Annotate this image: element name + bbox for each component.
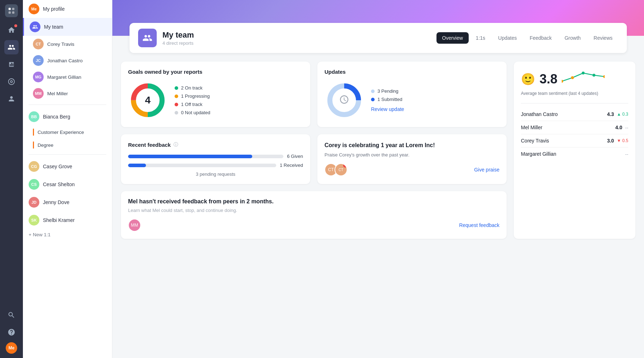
- jonathan-sentiment-right: 4.3 ▲ 0.3: [607, 111, 628, 117]
- sidebar-jenny-dove[interactable]: JD Jenny Dove: [23, 193, 112, 211]
- jenny-avatar: JD: [29, 197, 39, 208]
- corey-sentiment-change: ▼ 0.5: [617, 138, 628, 143]
- sidebar-customer-experience[interactable]: Customer Experience: [23, 126, 112, 139]
- celebrate-text: Praise Corey's growth over the past year…: [325, 152, 499, 158]
- new-11-button[interactable]: + New 1:1: [23, 229, 112, 240]
- my-team-label: My team: [44, 24, 63, 30]
- celebrate-notification-avatar: CT !: [335, 163, 347, 176]
- cesar-name: Cesar Shelton: [43, 182, 75, 187]
- submitted-label: 1 Submitted: [377, 97, 402, 102]
- tab-feedback[interactable]: Feedback: [524, 32, 557, 44]
- pending-dot: [371, 90, 375, 93]
- shelbi-name: Shelbi Kramer: [43, 217, 75, 223]
- feedback-card: Recent feedback ⓘ 6 Given 1 Received 3 p…: [121, 134, 310, 184]
- my-profile-sidebar-avatar: Me: [29, 4, 39, 14]
- goals-card: Goals owned by your reports: [121, 62, 310, 127]
- sidebar-bianca-berg[interactable]: BB Bianca Berg: [23, 108, 112, 126]
- team-icon[interactable]: [4, 40, 19, 54]
- sidebar-mel-miller[interactable]: MM Mel Miller: [23, 85, 112, 102]
- home-icon[interactable]: [4, 23, 19, 37]
- svg-rect-3: [12, 11, 14, 14]
- sidebar-degree[interactable]: Degree: [23, 139, 112, 151]
- not-updated-label: 0 Not updated: [181, 110, 210, 115]
- sidebar-cesar-shelton[interactable]: CS Cesar Shelton: [23, 175, 112, 193]
- celebrate-title: Corey is celebrating 1 year at Lorem Inc…: [325, 141, 499, 149]
- sidebar-corey-travis[interactable]: CT Corey Travis: [23, 36, 112, 52]
- notification-dot: [14, 24, 17, 27]
- tab-growth[interactable]: Growth: [559, 32, 586, 44]
- tab-reviews[interactable]: Reviews: [588, 32, 618, 44]
- tab-overview[interactable]: Overview: [436, 32, 469, 44]
- received-bar-track: [128, 164, 276, 167]
- progressing-dot: [175, 95, 178, 98]
- main-content: My team 4 direct reports Overview 1:1s U…: [112, 0, 644, 358]
- corey-sentiment-name: Corey Travis: [521, 138, 549, 144]
- mel-sentiment-value: 4.0: [615, 125, 622, 130]
- tab-11s[interactable]: 1:1s: [470, 32, 491, 44]
- goals-content: 4 2 On track 1 Progressing 1 Off track: [128, 81, 303, 120]
- corey-sentiment-right: 3.0 ▼ 0.5: [607, 138, 628, 144]
- bottom-card-title: Mel hasn't received feedback from peers …: [128, 198, 499, 205]
- jonathan-sentiment-change: ▲ 0.3: [617, 112, 628, 117]
- celebrate-footer: CT CT ! Give praise: [325, 163, 499, 176]
- sidebar-shelbi-kramer[interactable]: SK Shelbi Kramer: [23, 211, 112, 229]
- sentiment-mel: Mel Miller 4.0 --: [521, 121, 628, 134]
- jonathan-sentiment-name: Jonathan Castro: [521, 111, 558, 117]
- feedback-given-label: 6 Given: [287, 154, 303, 159]
- icon-nav: Me: [0, 0, 23, 358]
- sidebar: Me My profile My team CT Corey Travis JC…: [23, 0, 112, 358]
- corey-avatar: CT: [33, 39, 44, 49]
- not-updated-dot: [175, 111, 178, 115]
- mel-bottom-avatar: MM: [128, 219, 141, 232]
- request-feedback-link[interactable]: Request feedback: [459, 222, 499, 228]
- sidebar-casey-grove[interactable]: CG Casey Grove: [23, 158, 112, 175]
- svg-point-13: [592, 74, 595, 77]
- search-icon[interactable]: [4, 308, 19, 322]
- sidebar-jonathan-castro[interactable]: JC Jonathan Castro: [23, 52, 112, 69]
- team-icon-box: [138, 29, 157, 47]
- feedback-given-row: 6 Given: [128, 154, 303, 159]
- give-praise-link[interactable]: Give praise: [474, 167, 499, 173]
- help-icon[interactable]: [4, 325, 19, 339]
- review-update-link[interactable]: Review update: [371, 106, 404, 112]
- team-header-card: My team 4 direct reports Overview 1:1s U…: [130, 23, 627, 53]
- mel-sentiment-right: 4.0 --: [615, 125, 628, 130]
- sentiment-score: 3.8: [540, 72, 557, 87]
- svg-rect-1: [12, 8, 14, 10]
- clock-icon: [339, 95, 349, 106]
- progressing-label: 1 Progressing: [181, 93, 210, 99]
- svg-point-12: [582, 72, 585, 74]
- margaret-sentiment-value: --: [625, 151, 628, 157]
- sidebar-margaret-gillian[interactable]: MG Margaret Gillian: [23, 69, 112, 85]
- team-header-left: My team 4 direct reports: [138, 29, 194, 47]
- people-icon[interactable]: [4, 92, 19, 106]
- mel-sentiment-change: --: [625, 125, 628, 130]
- orange-bar-1: [33, 129, 34, 136]
- margaret-name: Margaret Gillian: [47, 74, 81, 80]
- app-logo[interactable]: [5, 4, 18, 17]
- updates-legend: 3 Pending 1 Submitted Review update: [371, 88, 404, 112]
- tab-updates[interactable]: Updates: [492, 32, 522, 44]
- feedback-card-title: Recent feedback: [128, 142, 171, 148]
- bianca-avatar: BB: [29, 111, 39, 122]
- updates-card: Updates 3 Pend: [317, 62, 507, 127]
- jonathan-avatar: JC: [33, 55, 44, 66]
- degree-label: Degree: [38, 142, 53, 148]
- celebrate-card: Corey is celebrating 1 year at Lorem Inc…: [317, 134, 507, 184]
- sentiment-chart: [562, 69, 605, 87]
- target-icon[interactable]: [4, 74, 19, 89]
- sidebar-my-team[interactable]: My team: [23, 18, 112, 36]
- feedback-info-icon[interactable]: ⓘ: [174, 141, 178, 148]
- bottom-card-footer: MM Request feedback: [128, 219, 499, 232]
- bottom-feedback-card: Mel hasn't received feedback from peers …: [121, 191, 507, 239]
- orange-bar-2: [33, 141, 34, 149]
- received-bar-fill: [128, 164, 146, 167]
- svg-point-11: [571, 76, 574, 79]
- sidebar-my-profile[interactable]: Me My profile: [23, 0, 112, 18]
- jonathan-sentiment-value: 4.3: [607, 111, 614, 117]
- given-bar-fill: [128, 155, 252, 158]
- my-profile-avatar[interactable]: Me: [6, 342, 17, 354]
- chart-icon[interactable]: [4, 57, 19, 72]
- sentiment-score-row: 🙂 3.8: [521, 69, 628, 90]
- off-track-label: 1 Off track: [181, 102, 203, 107]
